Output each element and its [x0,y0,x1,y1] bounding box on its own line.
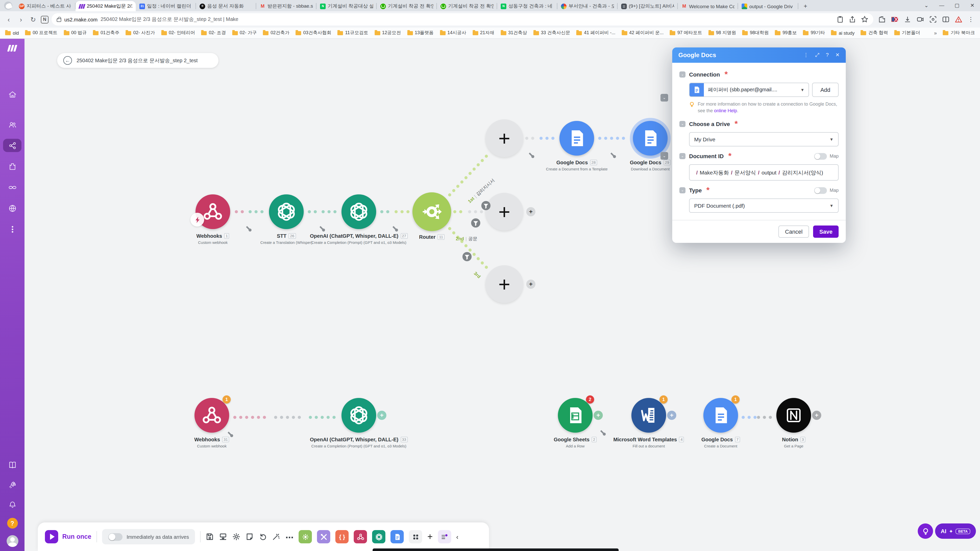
share-icon[interactable] [849,16,856,23]
bookmark-folder[interactable]: 31건축상 [501,30,527,36]
module-webhooks-31[interactable]: 1 Webhooks31Custom webhook [194,398,229,433]
bookmark-folder[interactable]: old [5,30,19,36]
url-bar[interactable]: us2.make.com 250402 Make입문 2/3 음성으로 문서발송… [52,13,873,25]
map-toggle[interactable] [815,187,827,194]
back-icon[interactable]: ‹ [4,16,13,23]
screen-capture-icon[interactable] [929,16,937,23]
assistant-bulb-button[interactable] [918,524,933,539]
webhooks-app-icon[interactable] [354,530,367,543]
sidebar-item-scenarios[interactable] [3,139,21,152]
text-parser-app-icon[interactable]: { } [335,530,348,543]
run-once-button[interactable]: Run once [45,530,91,543]
panel-close-icon[interactable]: ✕ [835,52,840,58]
bookmark-folder[interactable]: 14시공사 [440,30,466,36]
notion-extension-icon[interactable]: N [41,16,48,23]
save-icon[interactable] [206,533,214,541]
undo-icon[interactable] [259,533,267,541]
bookmark-folder[interactable]: 기본폴더 [894,30,920,36]
ai-assistant-button[interactable]: AI ✦ BETA [935,524,976,539]
sidebar-item-docs[interactable] [3,458,21,472]
filter-icon-route3[interactable] [463,252,472,261]
add-module-icon[interactable]: + [593,411,603,420]
sidebar-item-team[interactable] [3,118,21,131]
module-add-placeholder-3[interactable]: + + [485,265,523,303]
panel-expand-icon[interactable]: ⤢ [815,52,819,58]
all-apps-icon[interactable] [409,530,422,543]
bookmark-folder[interactable]: 02건축가 [263,30,290,36]
bookmark-folder[interactable]: 98대학원 [742,30,769,36]
add-module-icon[interactable]: + [667,411,676,420]
bookmark-folder[interactable]: 97 메타포트 [670,30,702,36]
bookmark-folder[interactable]: 99홍보 [775,30,797,36]
add-connection-button[interactable]: Add [812,83,838,97]
collapse-checkbox-icon[interactable]: ⌄ [679,71,686,78]
clipboard-icon[interactable] [837,16,844,23]
collapse-chevron-icon[interactable]: ⌄ [660,152,668,160]
extensions-puzzle-icon[interactable] [878,16,886,23]
notes-icon[interactable] [245,533,254,541]
maximize-icon[interactable]: ▢ [950,0,965,11]
browser-tab[interactable]: N성동구청 건축과 : 네 [497,1,557,11]
module-webhooks-1[interactable]: Webhooks1Custom webhook [196,194,230,229]
toggle-switch[interactable] [108,533,123,540]
minimize-icon[interactable]: — [934,0,950,11]
browser-tab[interactable]: 부서안내 - 건축과 - 도 [557,1,617,11]
drive-select[interactable]: My Drive ▼ [689,132,838,146]
connection-select[interactable]: 페이퍼비 (sbb.paper@gmail.... ▼ [689,83,809,97]
bookmark-folder[interactable]: 12공모전 [374,30,401,36]
bookmark-folder[interactable]: 11규모검토 [337,30,368,36]
add-module-icon[interactable]: + [377,411,387,420]
close-icon[interactable]: ✕ [965,0,980,11]
module-openai-33[interactable]: + OpenAI (ChatGPT, Whisper, DALL-E)33Cre… [342,398,376,433]
flow-control-app-icon[interactable] [299,530,312,543]
forward-icon[interactable]: › [16,16,25,23]
browser-tab[interactable]: N기계설비 착공대상 설 [317,1,377,11]
add-module-icon[interactable]: + [812,411,821,420]
module-gdocs-7[interactable]: 1 Google Docs7Create a Document [703,398,738,433]
bookmark-folder[interactable]: 00 프로젝트 [25,30,57,36]
scenario-title-bar[interactable]: ← 250402 Make입문 2/3 음성으로 문서발송_step 2_tes… [57,53,218,68]
bookmark-folder[interactable]: 03건축사협회 [296,30,331,36]
bookmark-folder[interactable]: 99기타 [803,30,825,36]
connection-settings-icon[interactable] [611,151,617,158]
browser-tab[interactable]: output - Google Driv [738,1,798,11]
browser-tab[interactable]: (9+) [강의노트] AI비서 [617,1,678,11]
add-app-icon[interactable]: + [427,531,433,542]
auto-align-wand-icon[interactable] [272,533,280,541]
connection-settings-icon[interactable] [600,429,607,436]
bookmark-folder[interactable]: 98 지명원 [708,30,736,36]
bookmark-folder[interactable]: 01건축주 [93,30,119,36]
module-stt[interactable]: STT26Create a Translation (Whisper) [269,194,304,229]
bookmark-folder[interactable]: 00 법규 [64,30,87,36]
sidebar-item-templates[interactable] [3,160,21,173]
sidebar-item-webhooks-globe[interactable] [3,202,21,215]
type-select[interactable]: PDF Document (.pdf) ▼ [689,199,838,213]
bookmark-folder[interactable]: 41 페이퍼비 -... [576,30,615,36]
sidebar-item-connections[interactable] [3,181,21,194]
bookmark-folder[interactable]: 건축 협력 [861,30,888,36]
checklist-icon[interactable] [438,530,451,543]
cancel-button[interactable]: Cancel [778,226,809,238]
browser-menu-icon[interactable]: ⋮ [968,16,974,23]
browser-tab[interactable]: 기계설비 착공 전 확인 [437,1,497,11]
scenario-canvas[interactable]: ← 250402 Make입문 2/3 음성으로 문서발송_step 2_tes… [24,39,980,551]
bookmark-folder[interactable]: 21자재 [473,30,494,36]
sidebar-item-home[interactable] [3,88,21,101]
more-options-icon[interactable]: ⋯ [285,533,293,541]
connection-settings-icon[interactable] [246,225,253,232]
help-button[interactable]: ? [7,518,18,529]
panel-header[interactable]: Google Docs ⋮ ⤢ ? ✕ [672,48,846,63]
module-gsheets-2[interactable]: 2 + Google Sheets2Add a Row [558,398,593,433]
module-add-placeholder-1[interactable]: + [485,119,523,157]
collapse-chevron-icon[interactable]: ⌄ [660,94,668,102]
collapse-checkbox-icon[interactable]: ⌄ [679,121,686,127]
reload-icon[interactable]: ↻ [29,16,38,23]
gdocs-app-icon[interactable] [390,530,404,543]
bookmark-folder[interactable]: 33 건축사신문 [533,30,570,36]
back-arrow-icon[interactable]: ← [63,56,72,65]
tools-app-icon[interactable] [317,530,330,543]
browser-tab[interactable]: 31일정 : 네이버 캘린더 [136,1,196,11]
collapse-checkbox-icon[interactable]: ⌄ [679,187,686,194]
lock-icon[interactable] [57,18,61,22]
module-word-templates-4[interactable]: 1 + Microsoft Word Templates4Fill out a … [632,398,666,433]
